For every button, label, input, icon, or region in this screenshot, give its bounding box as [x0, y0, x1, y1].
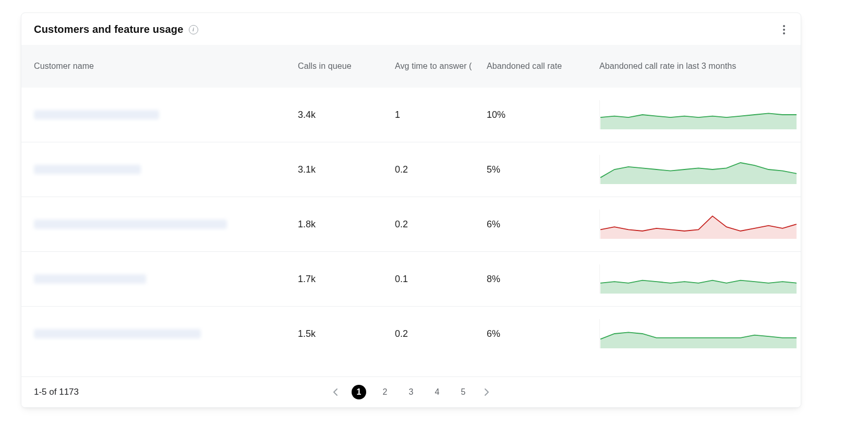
cell-avg-time: 0.2 — [395, 164, 487, 175]
pagination-page-5[interactable]: 5 — [456, 385, 471, 399]
more-menu-button[interactable] — [778, 23, 790, 36]
cell-calls-in-queue: 1.7k — [298, 274, 395, 285]
pagination-page-2[interactable]: 2 — [378, 385, 392, 399]
cell-abandoned-rate: 8% — [487, 274, 599, 285]
cell-calls-in-queue: 3.4k — [298, 110, 395, 120]
sparkline-red — [599, 210, 798, 239]
cell-avg-time: 0.2 — [395, 328, 487, 339]
pagination: 12345 — [331, 385, 491, 399]
table-row[interactable]: 1.5k 0.2 6% — [21, 307, 801, 361]
info-icon[interactable] — [189, 25, 198, 34]
table-row[interactable]: 1.7k 0.1 8% — [21, 252, 801, 307]
sparkline-green — [599, 264, 798, 294]
column-header-rate-trend[interactable]: Abandoned call rate in last 3 months — [599, 62, 788, 71]
redacted-customer-name — [34, 220, 227, 229]
cell-rate-trend — [599, 264, 788, 294]
cell-abandoned-rate: 6% — [487, 328, 599, 339]
cell-customer-name[interactable] — [34, 110, 298, 119]
cell-avg-time: 1 — [395, 110, 487, 120]
cell-customer-name[interactable] — [34, 220, 298, 229]
card-title: Customers and feature usage — [34, 23, 184, 35]
cell-calls-in-queue: 3.1k — [298, 164, 395, 175]
table-row[interactable]: 3.4k 1 10% — [21, 88, 801, 142]
table-header-row: Customer name Calls in queue Avg time to… — [21, 45, 801, 88]
table-footer: 1-5 of 1173 12345 — [21, 376, 801, 407]
sparkline-green — [599, 100, 798, 129]
cell-rate-trend — [599, 210, 788, 239]
column-header-calls-in-queue[interactable]: Calls in queue — [298, 62, 395, 71]
redacted-customer-name — [34, 110, 159, 119]
cell-abandoned-rate: 5% — [487, 164, 599, 175]
pagination-page-4[interactable]: 4 — [430, 385, 444, 399]
pagination-range-text: 1-5 of 1173 — [34, 387, 79, 397]
redacted-customer-name — [34, 329, 201, 338]
cell-rate-trend — [599, 155, 788, 184]
table-row[interactable]: 1.8k 0.2 6% — [21, 197, 801, 252]
cell-avg-time: 0.2 — [395, 219, 487, 230]
table-row[interactable]: 3.1k 0.2 5% — [21, 142, 801, 197]
cell-calls-in-queue: 1.5k — [298, 328, 395, 339]
cell-customer-name[interactable] — [34, 165, 298, 174]
pagination-next-icon[interactable] — [482, 387, 491, 397]
pagination-prev-icon[interactable] — [331, 387, 340, 397]
column-header-abandoned-rate[interactable]: Abandoned call rate — [487, 62, 599, 71]
cell-customer-name[interactable] — [34, 274, 298, 284]
column-header-customer-name[interactable]: Customer name — [34, 62, 298, 71]
column-header-avg-time[interactable]: Avg time to answer ( — [395, 62, 487, 71]
sparkline-green — [599, 155, 798, 184]
pagination-page-3[interactable]: 3 — [404, 385, 418, 399]
cell-abandoned-rate: 10% — [487, 110, 599, 120]
sparkline-green — [599, 319, 798, 348]
table-body: 3.4k 1 10% 3.1k 0.2 5% 1.8k 0.2 6% — [21, 88, 801, 361]
cell-rate-trend — [599, 100, 788, 129]
cell-avg-time: 0.1 — [395, 274, 487, 285]
redacted-customer-name — [34, 165, 141, 174]
customers-usage-card: Customers and feature usage Customer nam… — [21, 13, 801, 408]
pagination-page-1[interactable]: 1 — [352, 385, 366, 399]
redacted-customer-name — [34, 274, 146, 284]
cell-abandoned-rate: 6% — [487, 219, 599, 230]
cell-calls-in-queue: 1.8k — [298, 219, 395, 230]
card-header: Customers and feature usage — [21, 13, 801, 45]
cell-rate-trend — [599, 319, 788, 348]
cell-customer-name[interactable] — [34, 329, 298, 338]
